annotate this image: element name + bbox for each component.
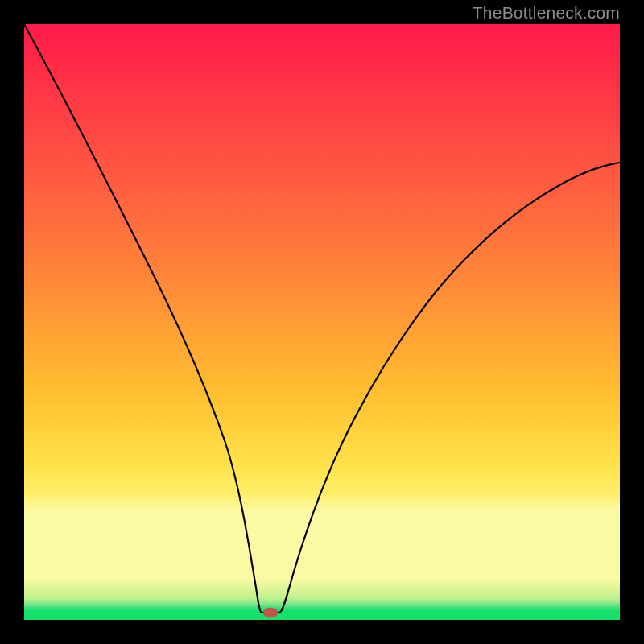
watermark-label: TheBottleneck.com	[473, 3, 620, 23]
bottleneck-curve	[24, 24, 620, 613]
plot-area	[24, 24, 620, 620]
curve-layer	[24, 24, 620, 620]
optimal-point-marker	[263, 608, 278, 617]
chart-frame: TheBottleneck.com	[0, 0, 644, 644]
